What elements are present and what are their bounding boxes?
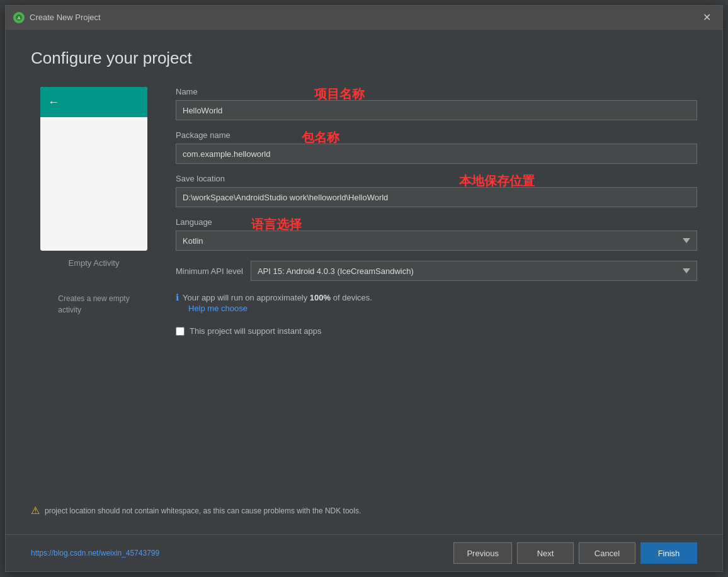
api-select-wrapper: API 15: Android 4.0.3 (IceCreamSandwich)… bbox=[251, 261, 697, 281]
name-input[interactable] bbox=[176, 100, 697, 120]
device-info-text: Your app will run on approximately 100% … bbox=[183, 293, 372, 302]
phone-body bbox=[40, 117, 147, 251]
cancel-button[interactable]: Cancel bbox=[579, 542, 635, 564]
svg-text:A: A bbox=[18, 16, 21, 20]
back-arrow-icon: ← bbox=[48, 96, 59, 109]
api-level-select[interactable]: API 15: Android 4.0.3 (IceCreamSandwich)… bbox=[251, 261, 697, 281]
dialog-footer: https://blog.csdn.net/weixin_45743799 Pr… bbox=[6, 534, 722, 571]
language-select[interactable]: Kotlin Java bbox=[176, 231, 697, 251]
close-button[interactable]: ✕ bbox=[699, 10, 715, 25]
name-label: Name bbox=[176, 87, 697, 96]
left-panel: ← Empty Activity Creates a new empty act… bbox=[31, 87, 157, 497]
create-project-dialog: A Create New Project ✕ Configure your pr… bbox=[5, 5, 723, 572]
device-info-row: ℹ Your app will run on approximately 100… bbox=[176, 292, 697, 302]
language-field-group: Language Kotlin Java 语言选择 bbox=[176, 217, 697, 251]
dialog-title: Create New Project bbox=[30, 13, 699, 22]
phone-top-bar: ← bbox=[40, 87, 147, 117]
warning-icon: ⚠ bbox=[31, 505, 40, 517]
footer-link: https://blog.csdn.net/weixin_45743799 bbox=[31, 549, 159, 557]
help-link[interactable]: Help me choose bbox=[188, 304, 247, 313]
package-name-field-group: Package name 包名称 bbox=[176, 130, 697, 164]
name-field-group: Name 项目名称 bbox=[176, 87, 697, 120]
warning-bar: ⚠ project location should not contain wh… bbox=[31, 497, 697, 522]
instant-apps-label: This project will support instant apps bbox=[190, 326, 322, 336]
next-button[interactable]: Next bbox=[517, 542, 574, 564]
phone-preview: ← bbox=[40, 87, 147, 251]
page-title: Configure your project bbox=[31, 49, 697, 68]
activity-label: Empty Activity bbox=[69, 258, 120, 268]
package-label: Package name bbox=[176, 130, 697, 140]
api-level-row: Minimum API level API 15: Android 4.0.3 … bbox=[176, 261, 697, 281]
instant-apps-checkbox[interactable] bbox=[176, 327, 185, 336]
instant-apps-row: This project will support instant apps bbox=[176, 326, 697, 336]
dialog-content: Configure your project ← Empty Activity … bbox=[6, 30, 722, 534]
save-location-field-group: Save location 本地保存位置 bbox=[176, 174, 697, 207]
warning-text: project location should not contain whit… bbox=[45, 506, 361, 515]
footer-buttons: Previous Next Cancel Finish bbox=[453, 542, 697, 564]
main-area: ← Empty Activity Creates a new empty act… bbox=[31, 87, 697, 497]
previous-button[interactable]: Previous bbox=[453, 542, 512, 564]
save-location-input[interactable] bbox=[176, 187, 697, 207]
app-icon: A bbox=[13, 12, 25, 23]
package-input[interactable] bbox=[176, 144, 697, 164]
right-panel: Name 项目名称 Package name 包名称 Save location… bbox=[176, 87, 697, 497]
language-select-wrapper: Kotlin Java bbox=[176, 231, 697, 251]
info-section: ℹ Your app will run on approximately 100… bbox=[176, 291, 697, 314]
description-label: Creates a new empty activity bbox=[58, 293, 129, 316]
api-level-label: Minimum API level bbox=[176, 266, 243, 276]
language-label: Language bbox=[176, 217, 697, 227]
info-icon: ℹ bbox=[176, 292, 179, 302]
title-bar: A Create New Project ✕ bbox=[6, 6, 722, 30]
finish-button[interactable]: Finish bbox=[640, 542, 697, 564]
save-location-label: Save location bbox=[176, 174, 697, 183]
